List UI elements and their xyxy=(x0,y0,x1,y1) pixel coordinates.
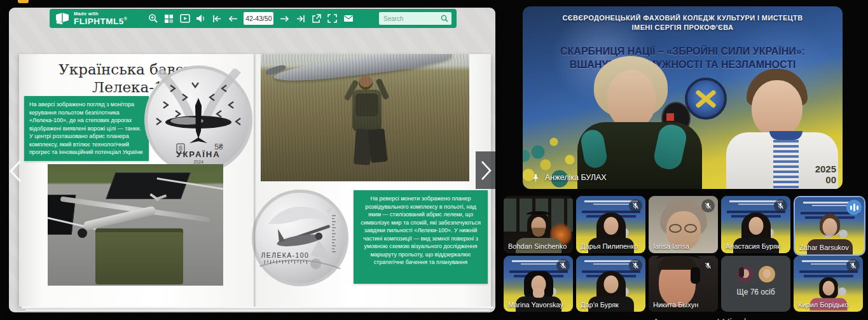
flip-prev-arrow[interactable] xyxy=(8,159,23,183)
college-line2: ІМЕНІ СЕРГІЯ ПРОКОФ'ЄВА xyxy=(523,23,843,32)
mic-off-icon xyxy=(632,202,639,209)
coin-obverse: УКРАЇНА 2024 5₴ xyxy=(144,66,252,174)
fullscreen-button[interactable] xyxy=(327,13,338,24)
clasped-hands xyxy=(533,288,544,298)
last-page-icon xyxy=(296,15,306,23)
sound-button[interactable] xyxy=(195,13,207,24)
meet-screen: Made with FLIPHTML5® xyxy=(0,0,868,320)
embroidery-collar xyxy=(769,131,803,140)
participant-tile-bohdan[interactable]: Bohdan Sinchenko xyxy=(504,196,573,253)
book-page-right[interactable]: ЛЕЛЕКА-100 На реверсі монети зображено п… xyxy=(255,54,491,307)
last-page-button[interactable] xyxy=(295,13,307,24)
soldier-body xyxy=(352,90,382,132)
participant-tile-zahar[interactable]: Zahar Barsukov xyxy=(794,196,865,256)
soldier-leg xyxy=(354,129,373,165)
coin-reverse: ЛЕЛЕКА-100 xyxy=(252,190,348,286)
coin-value-text: 5₴ xyxy=(214,143,223,151)
face xyxy=(603,217,618,235)
mic-off-icon xyxy=(632,262,639,269)
reverse-description: На реверсі монети зображено планер розві… xyxy=(354,190,488,284)
participant-tile-darya-p[interactable]: Дарья Пилипенко xyxy=(576,196,645,253)
mute-indicator xyxy=(556,259,570,272)
participant-name: Никита Быхун xyxy=(653,301,698,309)
mute-indicator xyxy=(701,199,715,212)
auto-flip-icon xyxy=(180,14,190,23)
fliphtml5-toolbar: Made with FLIPHTML5® xyxy=(50,9,457,28)
page-indicator[interactable]: 42-43/50 xyxy=(244,12,273,25)
drone-camera xyxy=(78,228,87,238)
mute-indicator xyxy=(846,259,860,272)
app-icon xyxy=(18,0,29,3)
banner-year-numbers: 2025 00 xyxy=(815,163,836,185)
more-participants-tile[interactable]: Ще 76 осіб xyxy=(721,256,790,312)
prev-page-icon xyxy=(228,15,238,23)
sound-icon xyxy=(196,14,205,23)
woman-face xyxy=(607,70,656,130)
page-stack-edge xyxy=(25,309,490,312)
avatar-face xyxy=(741,269,749,278)
mic-off-icon xyxy=(560,262,567,269)
fullscreen-icon xyxy=(327,14,337,23)
coin-reverse-art: ЛЕЛЕКА-100 xyxy=(255,193,345,283)
book-icon xyxy=(55,12,70,25)
soldier-leg xyxy=(368,129,388,163)
participant-name: Кирил Борідько xyxy=(798,301,848,309)
participant-tile-darya-b[interactable]: Дар'я Буряк xyxy=(576,256,645,312)
speaker-name-label: Анжеліка БУЛАХ xyxy=(545,173,607,182)
mic-off-icon xyxy=(777,202,784,209)
fliphtml5-logo[interactable]: Made with FLIPHTML5® xyxy=(55,11,127,25)
participant-tile-marina[interactable]: Marina Yavorskay xyxy=(504,256,573,312)
face xyxy=(748,217,763,235)
next-page-icon xyxy=(280,15,290,23)
prev-page-button[interactable] xyxy=(227,13,238,24)
mic-off-icon xyxy=(705,202,712,209)
mute-indicator xyxy=(701,259,715,272)
green-case xyxy=(95,228,183,284)
coin-obverse-art: УКРАЇНА 2024 5₴ xyxy=(148,69,249,170)
audio-level-indicator xyxy=(846,200,862,215)
auto-flip-button[interactable] xyxy=(179,13,191,24)
avatar-face xyxy=(763,269,771,278)
headphones xyxy=(527,211,551,218)
participant-name: Дар'я Буряк xyxy=(581,301,619,309)
flip-next-arrow[interactable] xyxy=(476,151,495,189)
zoom-in-icon xyxy=(148,13,158,24)
brand-text: Made with FLIPHTML5® xyxy=(74,11,127,25)
drone-ground-photo xyxy=(48,164,223,286)
zoom-in-button[interactable] xyxy=(148,13,159,24)
mute-indicator xyxy=(774,199,787,212)
soldier-arm xyxy=(375,78,389,101)
participant-name: Дарья Пилипенко xyxy=(581,242,638,250)
windows-activation-watermark: Активация Windows xyxy=(652,316,769,320)
soldier-arm xyxy=(343,80,359,101)
participant-tile-iarisa[interactable]: Iarisa Iarisa xyxy=(649,196,718,253)
brand-name: FLIPHTML5® xyxy=(74,17,127,25)
embroidery xyxy=(773,135,799,189)
soldier-vest xyxy=(355,94,378,116)
chevron-left-icon xyxy=(8,159,23,183)
chevron-right-icon xyxy=(479,160,492,181)
soldier-head xyxy=(359,76,373,90)
search-input[interactable] xyxy=(382,15,441,23)
book-page-left[interactable]: Українська бавовна. Лелека-100 На аверсі… xyxy=(19,54,255,307)
email-button[interactable] xyxy=(343,13,354,24)
face xyxy=(603,275,618,293)
first-page-button[interactable] xyxy=(211,13,223,24)
main-video-tile[interactable]: СЄВЄРОДОНЕЦЬКИЙ ФАХОВИЙ КОЛЕДЖ КУЛЬТУРИ … xyxy=(523,6,843,189)
share-button[interactable] xyxy=(311,13,322,24)
face xyxy=(822,281,834,296)
avatar xyxy=(737,266,754,282)
first-page-icon xyxy=(212,15,222,23)
avatar xyxy=(759,266,775,282)
face xyxy=(822,218,837,236)
participant-name: Анастасия Буряк xyxy=(726,242,780,250)
speaker-woman xyxy=(585,56,694,189)
next-page-button[interactable] xyxy=(279,13,291,24)
participant-tile-kyryl[interactable]: Кирил Борідько xyxy=(794,256,863,312)
college-banner-text: СЄВЄРОДОНЕЦЬКИЙ ФАХОВИЙ КОЛЕДЖ КУЛЬТУРИ … xyxy=(523,13,843,32)
participant-tile-anastasiya[interactable]: Анастасия Буряк xyxy=(721,196,790,253)
obverse-description: На аверсі зображено погляд з монітора ке… xyxy=(24,96,149,161)
avatar-group xyxy=(737,266,775,282)
thumbnails-button[interactable] xyxy=(163,13,175,24)
participant-tile-nikita[interactable]: Никита Быхун xyxy=(649,256,718,312)
